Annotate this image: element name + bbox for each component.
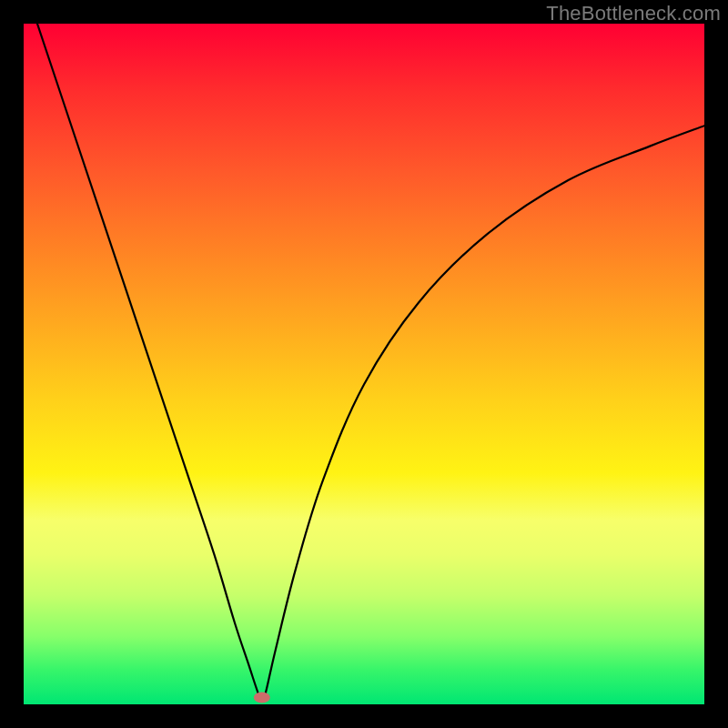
plot-area — [24, 24, 704, 704]
min-marker — [254, 693, 270, 703]
curve-line — [37, 24, 704, 700]
chart-frame: TheBottleneck.com — [0, 0, 728, 728]
bottleneck-curve — [24, 24, 704, 704]
watermark-text: TheBottleneck.com — [546, 2, 721, 25]
